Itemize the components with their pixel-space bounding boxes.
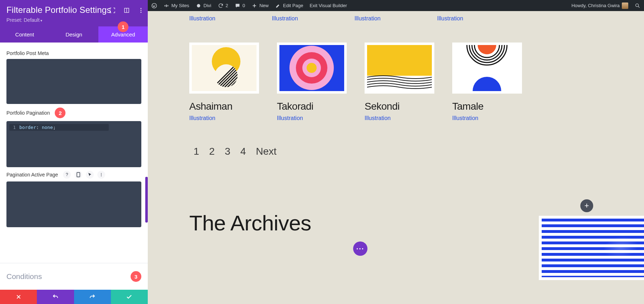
card-title: Tamale [452, 101, 522, 112]
svg-point-10 [197, 4, 200, 7]
wp-comments[interactable]: 0 [235, 3, 245, 9]
panel-tabs: Content Design Advanced 1 [0, 26, 148, 43]
wp-edit-label: Edit Page [283, 3, 303, 8]
thumb [365, 43, 434, 94]
page-next[interactable]: Next [256, 146, 277, 157]
builder-menu-button[interactable]: ··· [353, 241, 367, 256]
svg-point-9 [152, 3, 156, 8]
svg-point-11 [636, 4, 639, 6]
wp-howdy-label: Howdy, Christina Gwira [571, 3, 620, 8]
thumb [452, 43, 522, 94]
svg-point-7 [101, 174, 102, 175]
tab-advanced-label: Advanced [111, 31, 135, 38]
wp-new-label: New [259, 3, 269, 8]
page-link[interactable]: 2 [209, 146, 215, 157]
card-title: Ashaiman [189, 101, 259, 112]
svg-rect-5 [77, 173, 80, 177]
wp-admin-bar: My Sites Divi 2 0 New Edit Page Exit Vis… [148, 0, 644, 11]
add-section-button[interactable]: + [580, 199, 593, 212]
panel-footer [0, 290, 148, 304]
avatar [622, 3, 628, 9]
thumb [189, 43, 259, 94]
column-icon[interactable] [123, 7, 130, 14]
page-link[interactable]: 4 [240, 146, 246, 157]
svg-point-4 [141, 12, 142, 13]
code-pagination[interactable]: 1 border: none; [6, 121, 141, 167]
wp-mysites[interactable]: My Sites [164, 3, 189, 9]
tab-advanced[interactable]: Advanced 1 [98, 26, 148, 43]
label-pagination-text: Portfolio Pagination [6, 110, 50, 116]
code-post-meta[interactable] [6, 59, 141, 104]
card-title: Takoradi [277, 101, 347, 112]
tab-design[interactable]: Design [49, 26, 99, 43]
cursor-icon[interactable] [86, 171, 94, 179]
wp-new[interactable]: New [252, 3, 269, 9]
wp-updates-count: 2 [226, 3, 228, 8]
wp-updates[interactable]: 2 [218, 3, 228, 9]
panel-header-icons [109, 7, 144, 14]
wp-logo[interactable] [151, 3, 157, 9]
top-cat-link[interactable]: Illustration [437, 15, 463, 22]
undo-button[interactable] [37, 290, 74, 304]
wp-edit[interactable]: Edit Page [275, 3, 303, 9]
label-active-page: Pagination Active Page ? [6, 171, 141, 179]
svg-point-3 [141, 10, 142, 11]
kebab-icon[interactable] [138, 7, 144, 14]
callout-badge-1: 1 [118, 21, 128, 32]
svg-point-2 [141, 8, 142, 9]
label-post-meta: Portfolio Post Meta [6, 50, 141, 56]
help-icon[interactable]: ? [63, 171, 71, 179]
label-pagination: Portfolio Pagination 2 [6, 108, 141, 118]
card-title: Sekondi [365, 101, 434, 112]
thumb [277, 43, 347, 94]
top-cat-link[interactable]: Illustration [355, 15, 381, 22]
settings-panel: Filterable Portfolio Settings Preset: De… [0, 0, 148, 304]
svg-point-27 [307, 63, 317, 73]
page-link[interactable]: 1 [194, 146, 199, 157]
svg-point-8 [101, 176, 102, 176]
tab-content[interactable]: Content [0, 26, 49, 43]
svg-point-6 [101, 173, 102, 174]
code-gutter: 1 [11, 125, 16, 130]
portfolio-card[interactable]: Tamale Illustration [452, 43, 522, 121]
portfolio-card[interactable]: Ashaiman Illustration [189, 43, 259, 121]
conditions-section[interactable]: Conditions 3 [0, 263, 148, 290]
page-link[interactable]: 3 [225, 146, 230, 157]
cancel-button[interactable] [0, 290, 37, 304]
code-active-page[interactable] [6, 181, 141, 227]
expand-icon[interactable] [109, 7, 116, 14]
phone-icon[interactable] [74, 171, 82, 179]
panel-body: Portfolio Post Meta Portfolio Pagination… [0, 43, 148, 263]
wp-divi-label: Divi [204, 3, 211, 8]
redo-button[interactable] [74, 290, 111, 304]
conditions-label: Conditions [6, 272, 42, 281]
wp-exit[interactable]: Exit Visual Builder [309, 3, 347, 8]
card-category[interactable]: Illustration [452, 115, 478, 121]
save-button[interactable] [111, 290, 148, 304]
code-prop: border [19, 125, 36, 130]
label-active-page-text: Pagination Active Page [6, 172, 58, 178]
more-icon[interactable] [97, 171, 105, 179]
portfolio-card[interactable]: Sekondi Illustration [365, 43, 434, 121]
page-content: Illustration Illustration Illustration I… [148, 15, 644, 235]
search-icon[interactable] [635, 3, 640, 9]
label-post-meta-text: Portfolio Post Meta [6, 50, 49, 56]
top-cat-link[interactable]: Illustration [189, 15, 215, 22]
wp-comments-count: 0 [243, 3, 245, 8]
wp-howdy[interactable]: Howdy, Christina Gwira [571, 3, 628, 9]
portfolio-grid: Ashaiman Illustration Takoradi Illustrat… [189, 43, 644, 121]
archive-thumb [539, 216, 644, 280]
top-cat-link[interactable]: Illustration [272, 15, 298, 22]
callout-badge-2: 2 [55, 108, 65, 118]
portfolio-card[interactable]: Takoradi Illustration [277, 43, 347, 121]
wp-divi[interactable]: Divi [196, 3, 211, 9]
page-preview: My Sites Divi 2 0 New Edit Page Exit Vis… [148, 0, 644, 304]
card-category[interactable]: Illustration [277, 115, 303, 121]
code-val: none [42, 125, 53, 130]
callout-badge-3: 3 [131, 271, 141, 282]
scroll-thumb[interactable] [145, 177, 148, 223]
card-category[interactable]: Illustration [365, 115, 391, 121]
card-category[interactable]: Illustration [189, 115, 215, 121]
pagination: 1 2 3 4 Next [194, 146, 644, 157]
svg-rect-29 [367, 45, 432, 76]
